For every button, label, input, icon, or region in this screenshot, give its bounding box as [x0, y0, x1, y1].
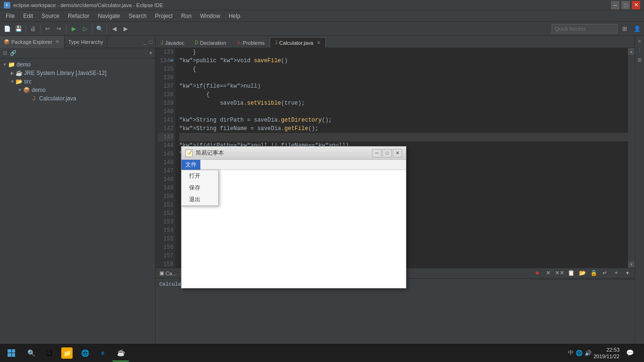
- print-button[interactable]: 🖨: [28, 24, 38, 34]
- taskbar-chrome-button[interactable]: 🌐: [76, 345, 93, 362]
- taskbar-explorer-button[interactable]: 📁: [58, 345, 75, 362]
- search-icon: 🔍: [25, 347, 37, 359]
- notepad-maximize-button[interactable]: □: [382, 149, 392, 157]
- rs-button-2[interactable]: ⋮: [636, 46, 644, 55]
- tree-label-jre: JRE System Library [JavaSE-12]: [24, 70, 107, 76]
- view-menu-button[interactable]: ▾: [149, 49, 153, 57]
- tab-declaration[interactable]: D Declaration: [190, 37, 231, 48]
- menu-window[interactable]: Window: [196, 11, 224, 21]
- tab-package-explorer[interactable]: 📦 Package Explorer ✕: [0, 36, 65, 48]
- menu-file[interactable]: File: [2, 11, 18, 21]
- new-button[interactable]: 📄: [2, 24, 12, 34]
- user-button[interactable]: 👤: [632, 24, 642, 34]
- taskbar-java-button[interactable]: ☕: [112, 345, 129, 362]
- dropdown-item-save[interactable]: 保存: [182, 182, 218, 194]
- close-button[interactable]: ✕: [632, 1, 640, 9]
- menu-search[interactable]: Search: [125, 11, 150, 21]
- minimize-button[interactable]: ─: [611, 1, 619, 9]
- taskbar-taskview-button[interactable]: ❑: [41, 345, 58, 362]
- taskbar-edge-button[interactable]: e: [94, 345, 111, 362]
- scroll-up-button[interactable]: ▲: [628, 48, 635, 55]
- menu-project[interactable]: Project: [151, 11, 176, 21]
- time-area: 22:53 2019/11/22: [594, 346, 619, 360]
- quick-access-input[interactable]: [552, 24, 618, 33]
- scroll-lock-button[interactable]: 🔒: [588, 268, 599, 278]
- save-button[interactable]: 💾: [13, 24, 24, 34]
- console-view-button[interactable]: 📋: [566, 268, 576, 278]
- display-options-button[interactable]: ▾: [622, 268, 633, 278]
- notepad-titlebar[interactable]: 📝 简易记事本 ─ □ ✕: [182, 147, 406, 160]
- open-file-button[interactable]: 📂: [577, 268, 587, 278]
- notification-button[interactable]: 💬: [621, 345, 638, 362]
- declaration-icon: D: [195, 40, 198, 45]
- link-editor-button[interactable]: 🔗: [9, 49, 17, 57]
- collapse-all-button[interactable]: ⊟: [2, 49, 8, 57]
- tree-label-demo-pkg: demo: [32, 87, 46, 93]
- menu-navigate[interactable]: Navigate: [94, 11, 124, 21]
- tab-type-hierarchy-label: Type Hierarchy: [68, 39, 103, 45]
- tree-label-src: src: [24, 78, 32, 85]
- maximize-button[interactable]: □: [621, 1, 630, 9]
- undo-button[interactable]: ↩: [42, 24, 53, 34]
- menu-bar: File Edit Source Refactor Navigate Searc…: [0, 10, 644, 22]
- taskbar-search-button[interactable]: 🔍: [23, 345, 40, 362]
- network-icon: 🌐: [576, 350, 583, 356]
- menu-refactor[interactable]: Refactor: [64, 11, 93, 21]
- bottom-toolbar: ■ ✕ ✕✕ 📋 📂 🔒 ↵ + ▾: [530, 267, 635, 280]
- notepad-close-button[interactable]: ✕: [393, 149, 402, 157]
- package-explorer-close-icon[interactable]: ✕: [54, 38, 60, 45]
- outline-sidebar-button[interactable]: ≡: [636, 37, 644, 45]
- prev-button[interactable]: ▶: [120, 24, 131, 34]
- np-menu-file[interactable]: 文件: [182, 160, 200, 170]
- tab-console[interactable]: ▣ Ca...: [156, 269, 181, 277]
- minimize-panel-button[interactable]: _: [142, 39, 147, 45]
- title-bar-controls: ─ □ ✕: [611, 1, 640, 9]
- scroll-down-button[interactable]: ▼: [628, 261, 635, 268]
- menu-help[interactable]: Help: [225, 11, 244, 21]
- run-button[interactable]: ▶: [68, 24, 79, 34]
- menu-run[interactable]: Run: [177, 11, 195, 21]
- tree-arrow-demo-pkg: ▼: [17, 87, 23, 93]
- windows-logo-icon: [8, 349, 15, 357]
- menu-edit[interactable]: Edit: [19, 11, 37, 21]
- menu-source[interactable]: Source: [38, 11, 63, 21]
- tree-item-calculator-java[interactable]: ▶ J Calculator.java: [0, 94, 155, 103]
- dropdown-item-exit[interactable]: 退出: [182, 194, 218, 206]
- src-icon: 📂: [15, 78, 23, 85]
- tab-type-hierarchy[interactable]: Type Hierarchy: [65, 36, 107, 48]
- perspective-button[interactable]: ⊞: [619, 24, 630, 34]
- tab-calculator[interactable]: J Calculator.java ✕: [270, 37, 326, 48]
- tab-package-explorer-label: Package Explorer: [11, 39, 52, 45]
- redo-button[interactable]: ↪: [54, 24, 64, 34]
- next-button[interactable]: ◀: [109, 24, 119, 34]
- sound-icon: 🔊: [585, 350, 592, 356]
- lang-icon: 中: [568, 349, 574, 357]
- tab-javadoc[interactable]: J Javadoc: [156, 37, 190, 48]
- editor-scrollbar[interactable]: ▲ ▼: [628, 48, 635, 268]
- tree-item-demo-project[interactable]: ▼ 📁 demo: [0, 60, 155, 69]
- tab-calculator-close[interactable]: ✕: [317, 40, 321, 45]
- left-tabs: 📦 Package Explorer ✕ Type Hierarchy _ □: [0, 36, 155, 48]
- tree-item-demo-package[interactable]: ▼ 📦 demo: [0, 86, 155, 94]
- console-icon: ▣: [159, 270, 164, 276]
- tree-item-jre[interactable]: ▶ ☕ JRE System Library [JavaSE-12]: [0, 69, 155, 77]
- taskview-icon: ❑: [43, 347, 55, 359]
- notepad-menubar: 文件: [182, 160, 406, 170]
- tree-arrow-src: ▼: [9, 79, 15, 84]
- new-console-button[interactable]: +: [611, 268, 621, 278]
- debug-button[interactable]: ▷: [80, 24, 90, 34]
- dropdown-item-open[interactable]: 打开: [182, 170, 218, 182]
- rs-button-3[interactable]: ≣: [636, 56, 644, 64]
- tab-problems[interactable]: ⚠ Problems: [231, 37, 270, 48]
- notepad-minimize-button[interactable]: ─: [372, 149, 381, 157]
- maximize-panel-button[interactable]: □: [148, 39, 153, 45]
- word-wrap-button[interactable]: ↵: [600, 268, 610, 278]
- tab-calculator-label: Calculator.java: [279, 40, 313, 46]
- search-button[interactable]: 🔍: [94, 24, 105, 34]
- tree-item-src[interactable]: ▼ 📂 src: [0, 77, 155, 86]
- start-button[interactable]: [2, 345, 21, 362]
- remove-all-button[interactable]: ✕✕: [554, 268, 565, 278]
- package-icon: 📦: [23, 86, 30, 94]
- stop-button[interactable]: ■: [532, 268, 542, 278]
- remove-launch-button[interactable]: ✕: [543, 268, 553, 278]
